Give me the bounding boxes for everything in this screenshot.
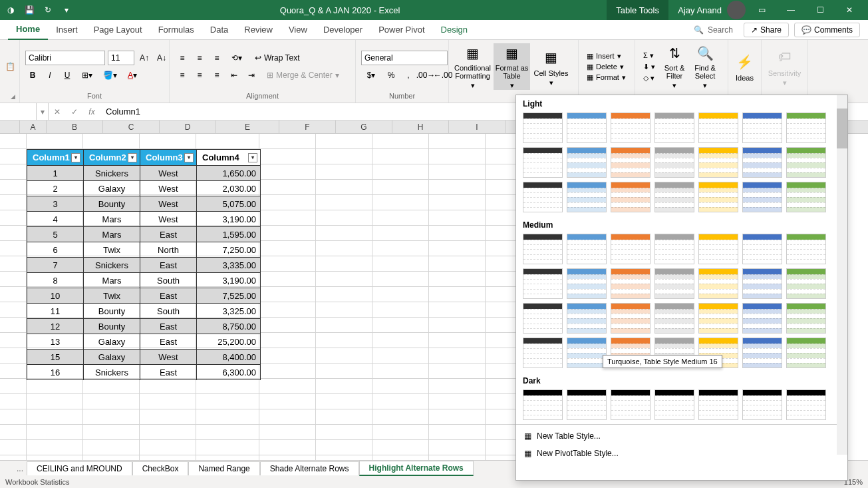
table-cell[interactable]: West bbox=[140, 180, 197, 196]
paste-button[interactable]: 📋 bbox=[5, 59, 15, 74]
table-cell[interactable]: 8 bbox=[27, 272, 84, 288]
table-cell[interactable]: Galaxy bbox=[84, 334, 140, 349]
table-cell[interactable]: 11 bbox=[27, 303, 84, 318]
table-row[interactable]: 7SnickersEast3,335.00 bbox=[27, 257, 260, 272]
cell[interactable] bbox=[259, 272, 316, 287]
table-cell[interactable]: 3,335.00 bbox=[197, 257, 260, 272]
cell[interactable] bbox=[259, 195, 316, 210]
cell[interactable] bbox=[316, 302, 372, 318]
sheet-tab[interactable]: CheckBox bbox=[132, 461, 189, 475]
cell[interactable] bbox=[259, 333, 316, 348]
table-style-swatch[interactable] bbox=[786, 147, 826, 178]
tab-page-layout[interactable]: Page Layout bbox=[86, 20, 150, 40]
cell[interactable] bbox=[140, 409, 196, 425]
table-style-swatch[interactable] bbox=[611, 147, 651, 178]
table-cell[interactable]: Snickers bbox=[84, 257, 140, 272]
cell[interactable] bbox=[259, 256, 316, 272]
table-style-swatch[interactable] bbox=[523, 113, 563, 143]
cell[interactable] bbox=[259, 379, 316, 394]
table-cell[interactable]: West bbox=[140, 349, 197, 364]
cell[interactable] bbox=[429, 379, 486, 394]
delete-cells-button[interactable]: ▦ Delete ▾ bbox=[584, 62, 629, 72]
table-style-swatch[interactable] bbox=[786, 234, 826, 264]
cell[interactable] bbox=[429, 256, 486, 272]
search-box[interactable]: 🔍 Search bbox=[694, 25, 733, 35]
table-style-swatch[interactable] bbox=[567, 113, 607, 143]
tab-insert[interactable]: Insert bbox=[48, 20, 86, 40]
table-style-swatch[interactable] bbox=[698, 303, 738, 334]
cell[interactable] bbox=[429, 318, 486, 333]
cell[interactable] bbox=[316, 149, 372, 164]
filter-icon[interactable]: ▾ bbox=[184, 153, 194, 162]
cell[interactable] bbox=[196, 394, 259, 409]
table-cell[interactable]: East bbox=[140, 226, 197, 242]
table-row[interactable]: 4MarsWest3,190.00 bbox=[27, 211, 260, 226]
filter-icon[interactable]: ▾ bbox=[248, 153, 257, 162]
cell[interactable] bbox=[429, 226, 486, 241]
number-format-dropdown[interactable]: General bbox=[361, 51, 448, 65]
cell[interactable] bbox=[27, 134, 83, 149]
tab-power-pivot[interactable]: Power Pivot bbox=[370, 20, 432, 40]
cell[interactable] bbox=[140, 134, 196, 149]
cell[interactable] bbox=[316, 364, 372, 379]
tab-developer[interactable]: Developer bbox=[315, 20, 370, 40]
cell[interactable] bbox=[429, 134, 486, 149]
fill-color-icon[interactable]: 🪣▾ bbox=[100, 68, 120, 83]
table-cell[interactable]: Mars bbox=[84, 211, 140, 226]
cell[interactable] bbox=[429, 241, 486, 256]
cell[interactable] bbox=[372, 348, 429, 364]
cell[interactable] bbox=[429, 210, 486, 226]
table-cell[interactable]: Twix bbox=[84, 288, 140, 303]
tab-formulas[interactable]: Formulas bbox=[150, 20, 202, 40]
cell[interactable] bbox=[429, 348, 486, 364]
workbook-stats[interactable]: Workbook Statistics bbox=[5, 478, 69, 486]
col-header-g[interactable]: G bbox=[336, 121, 392, 133]
table-row[interactable]: 12BountyEast8,750.00 bbox=[27, 318, 260, 334]
table-cell[interactable]: West bbox=[140, 165, 197, 180]
maximize-icon[interactable]: ☐ bbox=[807, 0, 833, 20]
table-cell[interactable]: 16 bbox=[27, 364, 84, 379]
col-header-i[interactable]: I bbox=[449, 121, 506, 133]
align-middle-icon[interactable]: ≡ bbox=[192, 51, 207, 65]
table-cell[interactable]: 7 bbox=[27, 257, 84, 272]
table-cell[interactable]: Mars bbox=[84, 272, 140, 288]
cell[interactable] bbox=[316, 287, 372, 302]
cell[interactable] bbox=[259, 134, 316, 149]
cell[interactable] bbox=[316, 409, 372, 425]
tab-review[interactable]: Review bbox=[236, 20, 281, 40]
cell[interactable] bbox=[372, 302, 429, 318]
table-style-swatch[interactable] bbox=[523, 338, 563, 368]
table-style-swatch[interactable] bbox=[742, 268, 782, 299]
cell[interactable] bbox=[259, 149, 316, 164]
cell[interactable] bbox=[372, 440, 429, 455]
decrease-indent-icon[interactable]: ⇤ bbox=[227, 68, 241, 83]
find-select-button[interactable]: 🔍 Find & Select ▾ bbox=[691, 43, 719, 90]
cell[interactable] bbox=[196, 409, 259, 425]
table-style-swatch[interactable] bbox=[567, 147, 607, 178]
font-size-dropdown[interactable]: 11 bbox=[108, 51, 134, 65]
table-cell[interactable]: 3 bbox=[27, 196, 84, 211]
cell[interactable] bbox=[372, 180, 429, 195]
sheet-overflow-icon[interactable]: ... bbox=[13, 464, 27, 473]
increase-decimal-icon[interactable]: .00→ bbox=[418, 68, 433, 83]
cell[interactable] bbox=[259, 287, 316, 302]
table-style-swatch[interactable] bbox=[698, 234, 738, 264]
tab-design[interactable]: Design bbox=[433, 20, 476, 40]
cell[interactable] bbox=[429, 425, 486, 440]
table-cell[interactable]: 8,750.00 bbox=[197, 318, 260, 334]
table-cell[interactable]: South bbox=[140, 303, 197, 318]
col-header-c[interactable]: C bbox=[103, 121, 160, 133]
align-top-icon[interactable]: ≡ bbox=[175, 51, 190, 65]
table-cell[interactable]: 3,190.00 bbox=[197, 211, 260, 226]
table-style-swatch[interactable] bbox=[523, 268, 563, 299]
table-cell[interactable]: Bounty bbox=[84, 196, 140, 211]
cell[interactable] bbox=[83, 394, 140, 409]
table-cell[interactable]: West bbox=[140, 211, 197, 226]
cell[interactable] bbox=[316, 394, 372, 409]
cell[interactable] bbox=[259, 302, 316, 318]
table-style-swatch[interactable] bbox=[786, 338, 826, 368]
ideas-button[interactable]: ⚡ Ideas bbox=[734, 43, 756, 90]
close-icon[interactable]: ✕ bbox=[836, 0, 863, 20]
table-style-swatch[interactable] bbox=[654, 303, 694, 334]
cell[interactable] bbox=[27, 440, 83, 455]
